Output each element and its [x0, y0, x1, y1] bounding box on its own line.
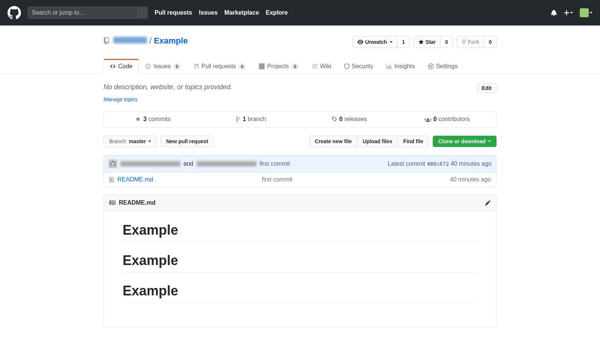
commit-coauthor-redacted: [196, 161, 256, 166]
star-label: Star: [426, 38, 436, 46]
commit-tease: and first commit Latest commit 480c672 4…: [104, 155, 496, 172]
contributors-label: contributors: [438, 116, 470, 122]
nav-marketplace[interactable]: Marketplace: [224, 9, 259, 16]
tab-security-label: Security: [352, 63, 374, 70]
commit-sha-link[interactable]: 480c672: [427, 161, 449, 167]
tab-projects-label: Projects: [267, 63, 289, 70]
tab-code-label: Code: [118, 63, 132, 70]
issues-count: 0: [173, 63, 181, 70]
file-navigation: Branch: master New pull request Create n…: [104, 136, 496, 147]
manage-topics-link[interactable]: Manage topics: [104, 96, 138, 102]
file-list: README.md first commit 40 minutes ago: [104, 172, 496, 187]
branch-name: master: [129, 138, 146, 144]
nav-issues[interactable]: Issues: [199, 9, 218, 16]
watch-count[interactable]: 1: [398, 36, 410, 48]
tab-settings-label: Settings: [436, 63, 458, 70]
readme-filename: README.md: [119, 199, 156, 206]
tab-security[interactable]: Security: [338, 59, 380, 73]
edit-readme-button[interactable]: [485, 199, 491, 206]
commit-author-avatar[interactable]: [108, 159, 117, 168]
search-input[interactable]: [28, 7, 148, 19]
repo-name-link[interactable]: Example: [154, 36, 188, 46]
repo-owner-link[interactable]: [113, 36, 147, 46]
contributors-link[interactable]: 0 contributors: [398, 111, 496, 127]
tab-issues-label: Issues: [153, 63, 171, 70]
commits-link[interactable]: 3 commits: [104, 111, 202, 127]
create-new-dropdown[interactable]: [564, 9, 573, 16]
repo-title: / Example: [104, 36, 188, 46]
pagehead-actions: Unwatch 1 Star 0 Fork: [352, 36, 496, 48]
clone-label: Clone or download: [438, 138, 486, 144]
global-nav: Pull requests Issues Marketplace Explore: [154, 9, 288, 16]
repo-title-separator: /: [149, 36, 152, 46]
tab-pulls[interactable]: Pull requests 0: [188, 59, 253, 73]
releases-label: releases: [344, 116, 367, 122]
tab-code[interactable]: Code: [104, 59, 139, 73]
repo-description-placeholder: No description, website, or topics provi…: [104, 83, 232, 91]
latest-commit-label: Latest commit: [388, 160, 425, 167]
commit-time: 40 minutes ago: [451, 160, 492, 167]
unwatch-button[interactable]: Unwatch: [352, 36, 398, 48]
tab-pulls-label: Pull requests: [201, 63, 236, 70]
search-wrap: /: [28, 7, 148, 19]
star-count[interactable]: 0: [441, 36, 453, 48]
branch-select-dropdown[interactable]: Branch: master: [104, 136, 157, 147]
main-content: No description, website, or topics provi…: [104, 73, 496, 327]
github-logo[interactable]: [8, 6, 21, 20]
tab-projects[interactable]: Projects 0: [252, 59, 305, 73]
slash-key-hint: /: [138, 9, 146, 16]
repo-stats-bar: 3 commits 1 branch 0 releases 0 contribu…: [104, 111, 496, 127]
file-commit-message[interactable]: first commit: [262, 176, 450, 183]
user-menu-dropdown[interactable]: [580, 8, 592, 17]
branches-link[interactable]: 1 branch: [202, 111, 300, 127]
branch-label: branch: [248, 116, 266, 122]
tab-wiki[interactable]: Wiki: [306, 59, 338, 73]
nav-pull-requests[interactable]: Pull requests: [154, 9, 192, 16]
tab-wiki-label: Wiki: [320, 63, 332, 70]
file-commit-time: 40 minutes ago: [450, 176, 491, 183]
readme-body: Example Example Example: [104, 211, 496, 327]
avatar: [580, 8, 589, 17]
clone-download-dropdown[interactable]: Clone or download: [433, 136, 496, 147]
upload-files-button[interactable]: Upload files: [357, 136, 398, 147]
releases-link[interactable]: 0 releases: [300, 111, 398, 127]
nav-explore[interactable]: Explore: [266, 9, 288, 16]
book-icon: [109, 200, 116, 206]
commits-label: commits: [148, 116, 171, 122]
file-row: README.md first commit 40 minutes ago: [104, 172, 496, 187]
repo-tabs: Code Issues 0 Pull requests 0 Projects 0…: [104, 58, 496, 73]
branch-count: 1: [243, 116, 246, 122]
readme-heading: Example: [123, 222, 477, 242]
global-header: / Pull requests Issues Marketplace Explo…: [0, 0, 600, 25]
tab-insights-label: Insights: [394, 63, 415, 70]
projects-count: 0: [291, 63, 299, 70]
repohead: / Example Unwatch 1 Star: [0, 25, 600, 73]
commit-message[interactable]: first commit: [260, 160, 290, 167]
edit-description-button[interactable]: Edit: [477, 83, 496, 93]
notifications-icon[interactable]: [550, 9, 557, 16]
create-new-file-button[interactable]: Create new file: [309, 136, 357, 147]
file-name-link[interactable]: README.md: [117, 176, 153, 183]
pencil-icon: [485, 200, 491, 206]
unwatch-label: Unwatch: [365, 38, 387, 46]
commit-and: and: [183, 160, 194, 167]
fork-label: Fork: [468, 38, 479, 46]
commits-count: 3: [143, 116, 147, 122]
star-button[interactable]: Star: [414, 36, 441, 48]
pulls-count: 0: [238, 63, 246, 70]
contributors-count: 0: [434, 116, 437, 122]
tab-issues[interactable]: Issues 0: [139, 59, 187, 73]
fork-button: Fork: [457, 36, 484, 48]
find-file-button[interactable]: Find file: [398, 136, 429, 147]
new-pull-request-button[interactable]: New pull request: [160, 136, 214, 147]
branch-select-label: Branch:: [109, 138, 127, 144]
tab-insights[interactable]: Insights: [380, 59, 422, 73]
readme-heading: Example: [123, 283, 477, 303]
readme-heading: Example: [123, 253, 477, 273]
commit-author-redacted: [120, 161, 180, 166]
fork-count[interactable]: 0: [484, 36, 496, 48]
releases-count: 0: [339, 116, 343, 122]
readme-box: README.md Example Example Example: [104, 195, 496, 327]
tab-settings[interactable]: Settings: [422, 59, 464, 73]
